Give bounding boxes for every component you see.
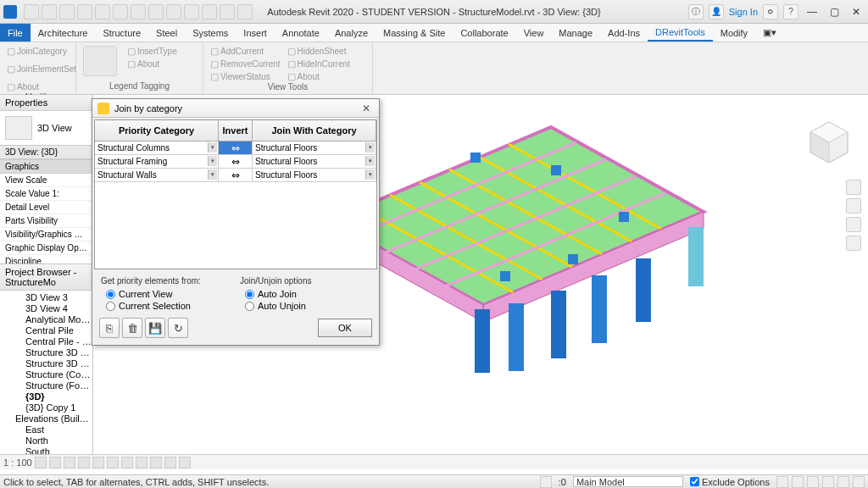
- qat-button[interactable]: [148, 4, 164, 19]
- refresh-button[interactable]: ↻: [168, 318, 188, 338]
- ribbon-item[interactable]: AddCurrent: [210, 46, 281, 57]
- qat-button[interactable]: [113, 4, 128, 19]
- attach-host-button[interactable]: [83, 46, 117, 76]
- table-row[interactable]: Structural Framing▾⇔Structural Floors▾: [95, 155, 376, 169]
- sb-button[interactable]: [792, 476, 804, 488]
- tab-modify[interactable]: Modify: [713, 24, 755, 42]
- priority-cell[interactable]: Structural Columns▾: [95, 141, 219, 154]
- tab-collaborate[interactable]: Collaborate: [453, 24, 515, 42]
- vb-button[interactable]: [164, 457, 176, 469]
- dropdown-icon[interactable]: ▾: [365, 169, 375, 180]
- ribbon-item[interactable]: RemoveCurrent: [210, 58, 281, 69]
- priority-cell[interactable]: Structural Walls▾: [95, 169, 219, 181]
- invert-cell[interactable]: ⇔: [219, 169, 253, 181]
- qat-button[interactable]: [166, 4, 181, 19]
- tree-node[interactable]: Structure (Complete): [0, 369, 92, 380]
- radio-current-selection[interactable]: Current Selection: [106, 301, 231, 311]
- tree-node[interactable]: {3D} Copy 1: [0, 402, 92, 413]
- qat-button[interactable]: [184, 4, 199, 19]
- join-cell[interactable]: Structural Floors▾: [253, 169, 376, 181]
- qat-button[interactable]: [202, 4, 217, 19]
- tab-structure[interactable]: Structure: [95, 24, 148, 42]
- qat-button[interactable]: [131, 4, 146, 19]
- tab-analyze[interactable]: Analyze: [327, 24, 376, 42]
- tree-node[interactable]: 3D View 3: [0, 292, 92, 303]
- prop-row[interactable]: Graphic Display Options: [0, 241, 92, 255]
- prop-row[interactable]: View Scale: [0, 174, 92, 187]
- dropdown-icon[interactable]: ▾: [365, 142, 375, 152]
- vb-button[interactable]: [121, 457, 133, 469]
- file-tab[interactable]: File: [0, 24, 31, 42]
- col-header-join[interactable]: Join With Category: [253, 120, 376, 141]
- ok-button[interactable]: OK: [318, 319, 372, 337]
- qat-button[interactable]: [220, 4, 235, 19]
- tree-node[interactable]: 3D View 4: [0, 303, 92, 314]
- tab-extra-icon[interactable]: ▣▾: [755, 24, 784, 42]
- zoom-icon[interactable]: [846, 217, 861, 232]
- ribbon-item[interactable]: InsertType: [127, 46, 177, 57]
- radio-current-view[interactable]: Current View: [106, 289, 231, 299]
- ribbon-item[interactable]: ViewerStatus: [210, 71, 281, 82]
- invert-cell[interactable]: ⇔: [219, 155, 253, 168]
- table-row[interactable]: Structural Columns▾⇔Structural Floors▾: [95, 141, 376, 155]
- tree-node[interactable]: Central Pile: [0, 325, 92, 336]
- signin-link[interactable]: Sign In: [729, 7, 758, 17]
- workset-combo[interactable]: Main Model: [573, 476, 683, 487]
- help-icon[interactable]: ?: [783, 4, 798, 19]
- invert-cell[interactable]: ⇔: [219, 141, 253, 154]
- sb-button[interactable]: [837, 476, 849, 488]
- user-icon[interactable]: 👤: [709, 4, 724, 19]
- vb-button[interactable]: [64, 457, 75, 469]
- pan-icon[interactable]: [846, 198, 861, 214]
- prop-row[interactable]: Scale Value 1:: [0, 187, 92, 201]
- dropdown-icon[interactable]: ▾: [208, 156, 217, 166]
- steering-wheel-icon[interactable]: [846, 180, 861, 195]
- sb-button[interactable]: [540, 476, 552, 488]
- col-header-priority[interactable]: Priority Category: [95, 120, 219, 141]
- orbit-icon[interactable]: [846, 236, 861, 251]
- prop-row[interactable]: Detail Level: [0, 201, 92, 214]
- prop-row[interactable]: Discipline: [0, 255, 92, 264]
- ribbon-item[interactable]: About: [287, 71, 350, 82]
- priority-cell[interactable]: Structural Framing▾: [95, 155, 219, 168]
- qat-button[interactable]: [24, 4, 39, 19]
- vb-button[interactable]: [92, 457, 104, 469]
- tab-architecture[interactable]: Architecture: [31, 24, 96, 42]
- qat-button[interactable]: [95, 4, 110, 19]
- viewcube-icon[interactable]: [805, 119, 853, 166]
- exchange-icon[interactable]: ⭘: [763, 4, 778, 19]
- tree-node[interactable]: Central Pile - 3D: [0, 336, 92, 347]
- join-cell[interactable]: Structural Floors▾: [253, 141, 376, 154]
- ribbon-item[interactable]: JoinElementSet: [7, 64, 76, 75]
- tree-node[interactable]: Elevations (Building Elevation): [0, 413, 92, 424]
- ribbon-item[interactable]: HiddenSheet: [287, 46, 350, 57]
- delete-profile-button[interactable]: 🗑: [122, 318, 142, 338]
- tree-node[interactable]: North: [0, 435, 92, 446]
- dialog-close-button[interactable]: ✕: [359, 102, 374, 115]
- vb-button[interactable]: [150, 457, 162, 469]
- tab-annotate[interactable]: Annotate: [275, 24, 327, 42]
- tree-node[interactable]: Structure (Foundation): [0, 380, 92, 391]
- qat-button[interactable]: [59, 4, 75, 19]
- save-profile-button[interactable]: 💾: [145, 318, 165, 338]
- tree-node[interactable]: East: [0, 424, 92, 435]
- ribbon-item[interactable]: About: [127, 58, 177, 69]
- tab-insert[interactable]: Insert: [236, 24, 275, 42]
- dropdown-icon[interactable]: ▾: [208, 142, 217, 152]
- tree-node[interactable]: Analytical Model: [0, 314, 92, 325]
- ribbon-item[interactable]: About: [7, 81, 76, 92]
- table-row[interactable]: Structural Walls▾⇔Structural Floors▾: [95, 169, 376, 182]
- prop-row[interactable]: Visibility/Graphics Overrides: [0, 228, 92, 241]
- new-profile-button[interactable]: ⎘: [99, 318, 120, 338]
- ribbon-item[interactable]: HideInCurrent: [287, 58, 350, 69]
- maximize-button[interactable]: ▢: [826, 5, 843, 19]
- join-cell[interactable]: Structural Floors▾: [253, 155, 376, 168]
- tab-manage[interactable]: Manage: [551, 24, 600, 42]
- tab-drevittools[interactable]: DRevitTools: [648, 24, 713, 42]
- vb-button[interactable]: [107, 457, 119, 469]
- vb-button[interactable]: [49, 457, 61, 469]
- dropdown-icon[interactable]: ▾: [365, 156, 375, 166]
- radio-auto-join[interactable]: Auto Join: [245, 289, 370, 299]
- tab-massing[interactable]: Massing & Site: [376, 24, 453, 42]
- tree-node[interactable]: Structure 3D box: [0, 347, 92, 358]
